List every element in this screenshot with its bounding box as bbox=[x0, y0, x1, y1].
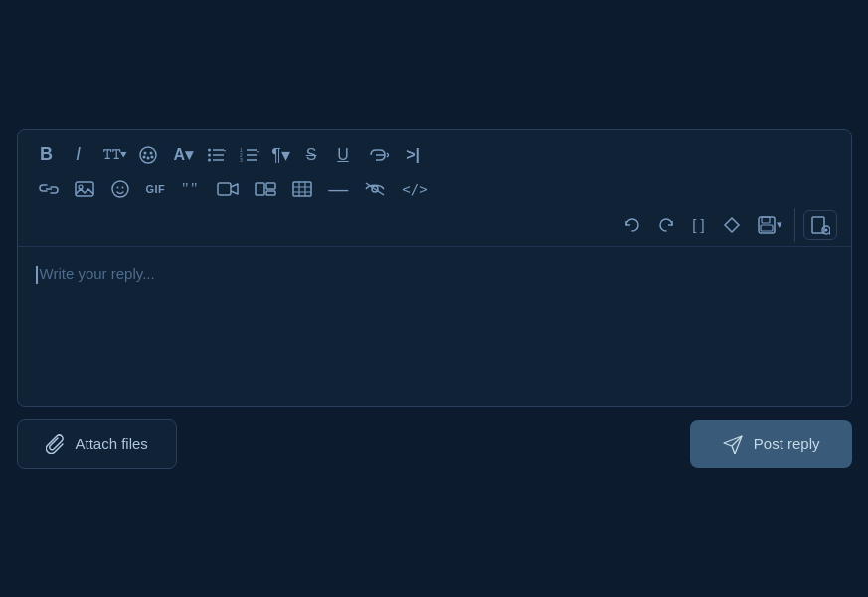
bold-button[interactable]: B bbox=[32, 140, 62, 170]
svg-text:": " bbox=[182, 180, 189, 197]
svg-text:3: 3 bbox=[240, 157, 243, 163]
clear-format-icon bbox=[723, 216, 741, 234]
svg-line-48 bbox=[829, 233, 830, 235]
hidden-button[interactable] bbox=[357, 174, 393, 204]
bullet-list-button[interactable] bbox=[199, 140, 230, 170]
svg-line-22 bbox=[387, 155, 389, 157]
brackets-button[interactable]: [ ] bbox=[684, 210, 714, 240]
toolbar-panel-right: [ ] ▾ bbox=[616, 208, 837, 242]
editor-placeholder: Write your reply... bbox=[40, 265, 155, 282]
image-icon bbox=[75, 180, 94, 198]
undo-icon bbox=[623, 216, 641, 234]
video-button[interactable] bbox=[210, 174, 246, 204]
attach-label: Attach files bbox=[76, 435, 148, 452]
svg-rect-45 bbox=[761, 225, 773, 231]
svg-point-4 bbox=[142, 155, 145, 158]
editor-wrapper: B I 𝚃𝚃▾ bbox=[17, 129, 852, 469]
emoji-button[interactable] bbox=[103, 174, 137, 204]
clear-format-button[interactable] bbox=[716, 210, 748, 240]
svg-rect-33 bbox=[266, 183, 275, 189]
paragraph-button[interactable]: ¶▾ bbox=[264, 140, 294, 170]
strikethrough-button[interactable]: S bbox=[296, 140, 326, 170]
emoji-icon bbox=[110, 179, 130, 199]
save-button[interactable]: ▾ bbox=[750, 210, 786, 240]
toolbar: B I 𝚃𝚃▾ bbox=[18, 130, 851, 247]
paperclip-icon bbox=[46, 434, 66, 454]
footer-row: Attach files Post reply bbox=[17, 419, 852, 469]
table-button[interactable] bbox=[285, 174, 319, 204]
post-label: Post reply bbox=[754, 435, 820, 452]
link-embed-button[interactable] bbox=[360, 140, 396, 170]
svg-line-21 bbox=[387, 153, 389, 155]
svg-text:": " bbox=[191, 180, 198, 197]
svg-point-28 bbox=[121, 186, 123, 188]
svg-point-11 bbox=[208, 158, 211, 161]
hr-button[interactable]: — bbox=[321, 174, 355, 204]
link-button[interactable] bbox=[32, 174, 66, 204]
svg-point-0 bbox=[140, 147, 156, 163]
save-icon bbox=[757, 215, 777, 235]
svg-point-2 bbox=[149, 151, 152, 154]
toolbar-row-3: [ ] ▾ bbox=[32, 208, 837, 242]
gif-button[interactable]: GIF bbox=[139, 174, 173, 204]
svg-rect-34 bbox=[266, 191, 275, 195]
italic-button[interactable]: I bbox=[64, 140, 93, 170]
attach-files-button[interactable]: Attach files bbox=[17, 419, 177, 469]
svg-rect-32 bbox=[256, 183, 264, 195]
gallery-icon bbox=[255, 180, 276, 198]
svg-point-3 bbox=[146, 156, 149, 159]
undo-button[interactable] bbox=[616, 210, 648, 240]
post-reply-button[interactable]: Post reply bbox=[690, 420, 852, 468]
font-size-button[interactable]: 𝚃𝚃▾ bbox=[95, 140, 129, 170]
preview-panel[interactable] bbox=[803, 210, 837, 240]
editor-container: B I 𝚃𝚃▾ bbox=[17, 129, 852, 407]
quote-button[interactable]: " " bbox=[174, 174, 208, 204]
toolbar-panel-divider bbox=[794, 208, 795, 242]
toolbar-row-1: B I 𝚃𝚃▾ bbox=[32, 140, 837, 170]
svg-point-26 bbox=[112, 181, 128, 197]
bullet-list-icon bbox=[206, 146, 226, 164]
video-icon bbox=[217, 180, 239, 198]
svg-marker-19 bbox=[257, 151, 259, 153]
ordered-list-icon: 1 2 3 bbox=[239, 146, 259, 164]
code-button[interactable]: </> bbox=[395, 174, 434, 204]
svg-point-5 bbox=[150, 155, 153, 158]
quote-icon: " " bbox=[181, 180, 201, 198]
palette-icon bbox=[138, 145, 158, 165]
link-icon bbox=[39, 179, 59, 199]
redo-icon bbox=[657, 216, 675, 234]
toolbar-row-2: GIF " " bbox=[32, 174, 837, 204]
svg-rect-31 bbox=[218, 183, 231, 195]
image-button[interactable] bbox=[68, 174, 101, 204]
svg-marker-42 bbox=[725, 218, 739, 232]
hidden-icon bbox=[364, 181, 386, 197]
svg-marker-12 bbox=[224, 150, 226, 152]
more-button[interactable]: >| bbox=[398, 140, 428, 170]
ordered-list-button[interactable]: 1 2 3 bbox=[232, 140, 262, 170]
svg-rect-44 bbox=[762, 217, 770, 223]
svg-point-10 bbox=[208, 153, 211, 156]
gallery-button[interactable] bbox=[248, 174, 283, 204]
svg-point-1 bbox=[143, 151, 146, 154]
redo-button[interactable] bbox=[650, 210, 682, 240]
table-icon bbox=[292, 180, 312, 198]
svg-point-9 bbox=[208, 148, 211, 151]
svg-point-49 bbox=[824, 228, 827, 231]
preview-icon bbox=[810, 215, 830, 235]
svg-rect-35 bbox=[293, 182, 311, 196]
link-embed-icon bbox=[367, 148, 389, 162]
color-palette-button[interactable] bbox=[131, 140, 165, 170]
text-color-button[interactable]: A▾ bbox=[167, 140, 198, 170]
svg-point-27 bbox=[116, 186, 118, 188]
editor-cursor bbox=[36, 266, 38, 284]
underline-button[interactable]: U bbox=[328, 140, 358, 170]
editor-area[interactable]: Write your reply... bbox=[18, 247, 851, 406]
post-reply-icon bbox=[722, 434, 744, 454]
